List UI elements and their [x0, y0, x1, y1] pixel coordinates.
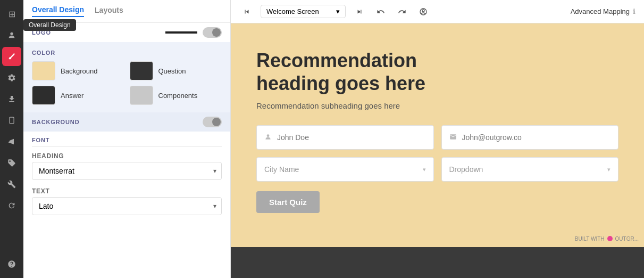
city-placeholder: City Name	[264, 165, 417, 174]
tab-overall-design[interactable]: Overall Design	[32, 5, 84, 17]
color-label: COLOR	[32, 50, 55, 56]
person-icon	[264, 133, 272, 142]
text-label: TEXT	[32, 187, 222, 195]
color-background[interactable]: Background	[32, 61, 124, 80]
screen-selector-label: Welcome Screen	[266, 7, 319, 15]
components-label: Components	[158, 92, 198, 100]
sidebar-help-icon[interactable]	[2, 255, 21, 274]
bg-toggle-knob	[212, 118, 221, 126]
font-section: FONT HEADING Montserrat ▾ TEXT Lato ▾	[23, 132, 230, 228]
color-components[interactable]: Components	[130, 86, 222, 105]
built-with-text: BUILT WITH	[575, 236, 605, 242]
design-panel: Overall Design Overall Design Layouts LO…	[23, 0, 231, 278]
font-label: FONT	[32, 137, 222, 143]
text-font-selector[interactable]: Lato ▾	[32, 197, 222, 215]
icon-sidebar: ⊞	[0, 0, 23, 278]
sidebar-user-icon[interactable]	[2, 26, 21, 45]
background-label-section: BACKGROUND	[32, 119, 79, 125]
sidebar-megaphone-icon[interactable]	[2, 132, 21, 151]
svg-point-0	[10, 32, 13, 35]
screen-selector[interactable]: Welcome Screen ▾	[261, 5, 346, 18]
city-input-wrapper[interactable]: City Name ▾	[256, 157, 434, 182]
email-input[interactable]	[462, 133, 611, 142]
welcome-heading: Recommendation heading goes here	[256, 49, 469, 95]
undo-button[interactable]	[373, 4, 388, 19]
svg-point-4	[422, 10, 424, 12]
main-area: Welcome Screen ▾ Advanced Mapping ℹ Reco…	[231, 0, 644, 278]
form-row-2: City Name ▾ Dropdown ▾	[256, 157, 618, 182]
skip-forward-button[interactable]	[352, 4, 367, 19]
email-input-wrapper[interactable]	[441, 125, 619, 150]
heading-font-value: Montserrat	[39, 167, 74, 175]
name-input-wrapper[interactable]	[256, 125, 434, 150]
dropdown-placeholder: Dropdown	[449, 165, 603, 174]
heading-font-selector[interactable]: Montserrat ▾	[32, 162, 222, 180]
email-icon	[449, 133, 457, 142]
sidebar-refresh-icon[interactable]	[2, 196, 21, 215]
info-icon: ℹ	[633, 7, 635, 15]
sidebar-download-icon[interactable]	[2, 89, 21, 109]
question-label: Question	[158, 67, 186, 75]
user-circle-button[interactable]	[416, 4, 431, 19]
welcome-subheading: Recommendation subheading goes here	[256, 101, 618, 110]
svg-point-5	[267, 134, 270, 137]
sidebar-mobile-icon[interactable]	[2, 111, 21, 130]
svg-point-6	[607, 236, 613, 241]
color-answer[interactable]: Answer	[32, 86, 124, 105]
text-font-display: Lato ▾	[32, 197, 222, 215]
name-input[interactable]	[277, 133, 426, 142]
heading-font-display: Montserrat ▾	[32, 162, 222, 180]
background-swatch	[32, 61, 55, 80]
question-swatch	[130, 61, 153, 80]
text-font-value: Lato	[39, 202, 53, 210]
screen-selector-chevron: ▾	[336, 7, 340, 15]
components-swatch	[130, 86, 153, 105]
sidebar-grid-icon[interactable]: ⊞	[2, 4, 21, 23]
text-chevron-icon: ▾	[213, 202, 216, 210]
heading-label: HEADING	[32, 152, 222, 160]
tab-layouts[interactable]: Layouts	[95, 6, 123, 17]
background-label: Background	[61, 67, 97, 75]
toolbar-right: Advanced Mapping ℹ	[571, 7, 635, 15]
color-section: COLOR Background Question Answer Compone…	[23, 42, 230, 112]
logo-line	[165, 31, 197, 34]
advanced-mapping-label[interactable]: Advanced Mapping	[571, 7, 630, 15]
bottom-strip	[231, 247, 644, 278]
sidebar-gear-icon[interactable]	[2, 68, 21, 87]
background-row: BACKGROUND	[32, 117, 222, 127]
background-section: BACKGROUND	[23, 112, 230, 132]
dropdown-chevron-icon: ▾	[607, 166, 610, 173]
logo-toggle[interactable]	[203, 27, 222, 38]
svg-rect-1	[10, 117, 14, 124]
toolbar: Welcome Screen ▾ Advanced Mapping ℹ	[231, 0, 644, 23]
sidebar-paint-icon[interactable]	[2, 47, 21, 66]
color-grid: Background Question Answer Components	[32, 61, 222, 105]
toggle-knob	[212, 28, 221, 37]
form-row-1	[256, 125, 618, 150]
built-with-badge: BUILT WITH OUTGR...	[575, 235, 639, 242]
city-chevron-icon: ▾	[423, 166, 426, 173]
outgrow-text: OUTGR...	[615, 236, 639, 242]
redo-button[interactable]	[395, 4, 409, 19]
background-toggle[interactable]	[203, 117, 222, 127]
skip-back-button[interactable]	[239, 4, 254, 19]
start-quiz-button[interactable]: Start Quiz	[256, 191, 320, 213]
sidebar-tools-icon[interactable]	[2, 175, 21, 194]
color-question[interactable]: Question	[130, 61, 222, 80]
answer-swatch	[32, 86, 55, 105]
dropdown-wrapper[interactable]: Dropdown ▾	[441, 157, 619, 182]
preview-area: Recommendation heading goes here Recomme…	[231, 23, 644, 278]
overall-design-tooltip: Overall Design	[23, 19, 76, 31]
answer-label: Answer	[61, 92, 83, 100]
sidebar-tag-icon[interactable]	[2, 153, 21, 173]
outgrow-logo-icon	[607, 235, 613, 242]
heading-chevron-icon: ▾	[213, 167, 216, 175]
welcome-card: Recommendation heading goes here Recomme…	[231, 23, 644, 247]
